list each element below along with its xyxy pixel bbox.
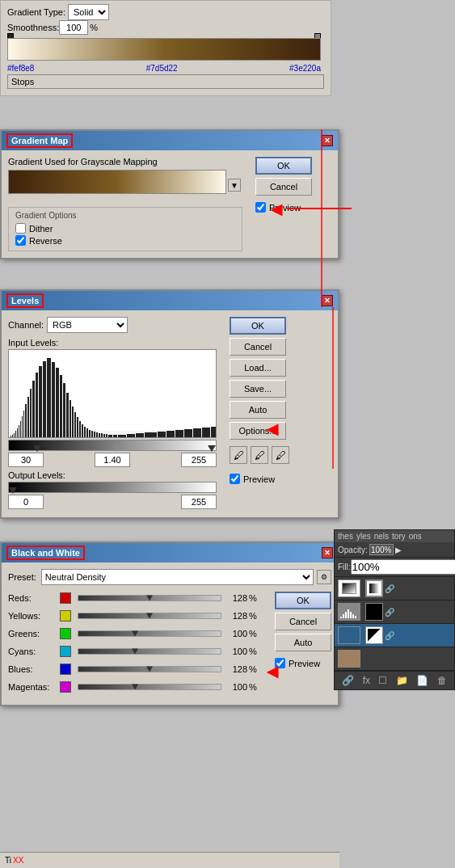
gradient-map-cancel-button[interactable]: Cancel [255,178,312,196]
svg-rect-21 [60,375,62,438]
gradient-dropdown-button[interactable]: ▼ [228,179,241,192]
levels-ok-button[interactable]: OK [230,317,286,335]
gradient-map-buttons: OK Cancel Preview [255,157,312,213]
blues-unit: % [249,664,262,674]
output-min-handle[interactable] [9,487,17,494]
layer-item-2[interactable]: 🔗 [335,600,454,624]
smoothness-input[interactable] [59,20,88,35]
levels-close-button[interactable]: ✕ [322,295,333,306]
gradient-map-preview-checkbox[interactable] [255,202,266,213]
new-layer-icon[interactable]: 📄 [416,675,428,686]
output-levels-min[interactable] [8,495,44,509]
levels-preview-checkbox[interactable] [230,474,240,484]
opacity-input[interactable] [369,544,394,555]
gradient-map-preview[interactable] [8,170,226,194]
svg-rect-14 [32,381,35,438]
svg-rect-30 [84,427,86,438]
opacity-label: Opacity: [338,546,368,554]
cyans-label: Cyans: [8,647,57,656]
layer-item-4[interactable] [335,647,454,671]
reverse-label: Reverse [29,236,62,246]
channel-select[interactable]: RGB [47,317,128,333]
stop-color-1: #fef8e8 [7,64,34,73]
gradient-stop-labels: #fef8e8 #7d5d22 #3e220a [7,64,321,73]
input-levels-max[interactable] [181,453,217,467]
white-eyedropper-button[interactable]: 🖊 [272,446,289,464]
greens-slider[interactable] [78,627,221,640]
levels-load-button[interactable]: Load... [230,359,286,377]
output-levels-slider[interactable] [8,482,217,493]
link-icon[interactable]: 🔗 [342,675,354,686]
svg-rect-45 [145,432,157,438]
status-ti-label: Ti [5,856,11,865]
reds-slider[interactable] [78,592,221,605]
folder-icon[interactable]: 📁 [396,675,408,686]
eyedropper-row: 🖊 🖊 🖊 [230,446,289,464]
preset-select[interactable]: Neutral Density [41,569,314,585]
levels-save-button[interactable]: Save... [230,380,286,398]
input-min-handle[interactable] [33,445,41,452]
opacity-arrow[interactable]: ▶ [395,546,402,554]
stops-label: Stops [11,77,34,86]
input-levels-slider[interactable] [8,440,217,451]
black-eyedropper-button[interactable]: 🖊 [230,446,247,464]
svg-rect-31 [86,428,88,438]
svg-rect-58 [352,614,354,618]
levels-left: Channel: RGB Input Levels: [8,317,217,511]
layer-thumb-1 [338,579,360,597]
layer-chain-icon-1: 🔗 [385,584,394,593]
reds-value: 128 [225,593,247,603]
yellows-slider[interactable] [78,609,221,622]
svg-rect-7 [19,425,19,438]
greens-unit: % [249,629,262,638]
fill-input[interactable] [351,559,455,575]
input-max-handle[interactable] [208,445,216,452]
gradient-map-ok-button[interactable]: OK [255,157,312,175]
delete-icon[interactable]: 🗑 [437,675,447,686]
svg-rect-36 [99,433,100,438]
levels-auto-button[interactable]: Auto [230,401,286,419]
layer-item-3[interactable]: 🔗 [335,624,454,647]
layer-item-1[interactable]: 🔗 [335,577,454,600]
tab-yles[interactable]: yles [356,532,371,541]
magentas-row: Magentas: 100 % [8,680,262,693]
bw-dialog: Black and White ✕ Preset: Neutral Densit… [0,541,339,706]
bw-close-button[interactable]: ✕ [322,547,333,558]
svg-rect-19 [52,362,55,438]
levels-cancel-button[interactable]: Cancel [230,338,286,356]
svg-rect-8 [20,421,21,438]
tab-tory[interactable]: tory [392,532,406,541]
bw-auto-button[interactable]: Auto [275,634,331,651]
mask-icon[interactable]: ☐ [378,675,387,686]
cyans-slider[interactable] [78,645,221,658]
annotation-line-1 [287,208,352,209]
levels-buttons: OK Cancel Load... Save... Auto Options..… [230,317,289,484]
tab-nels[interactable]: nels [374,532,389,541]
stop-color-2: #7d5d22 [146,64,178,73]
gray-eyedropper-button[interactable]: 🖊 [251,446,268,464]
gradient-type-select[interactable]: Solid [68,4,109,20]
gradient-bar[interactable] [7,38,321,61]
input-mid-handle[interactable] [112,445,120,452]
preset-menu-button[interactable]: ⚙ [317,570,331,584]
input-levels-min[interactable] [8,453,44,467]
tab-ons[interactable]: ons [409,532,422,541]
output-levels-label: Output Levels: [8,470,217,480]
bw-cancel-button[interactable]: Cancel [275,613,331,630]
magentas-slider[interactable] [78,680,221,693]
reds-unit: % [249,593,262,603]
blues-row: Blues: 128 % [8,663,262,676]
input-levels-mid[interactable] [95,453,130,467]
dither-checkbox[interactable] [15,223,26,234]
reverse-checkbox[interactable] [15,235,26,246]
gradient-map-close-button[interactable]: ✕ [322,135,333,146]
gradient-editor-panel: Gradient Type: Solid Smoothness: % #fef8… [0,0,331,96]
svg-rect-17 [43,361,46,438]
cyans-value: 100 [225,647,247,656]
tab-thes[interactable]: thes [338,532,353,541]
output-levels-max[interactable] [181,495,217,509]
bw-ok-button[interactable]: OK [275,592,331,609]
greens-swatch [60,628,71,639]
fx-icon[interactable]: fx [363,675,370,686]
blues-slider[interactable] [78,663,221,676]
